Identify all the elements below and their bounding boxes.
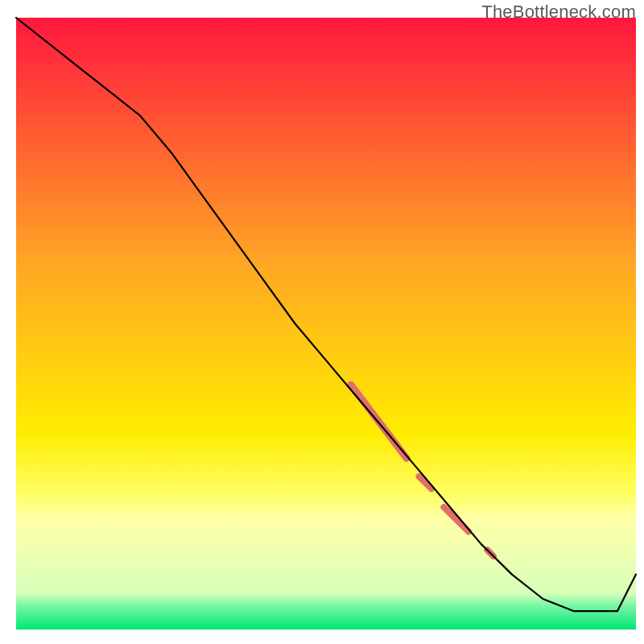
highlight-segment bbox=[444, 507, 469, 531]
bottleneck-curve bbox=[16, 18, 636, 611]
chart-overlay bbox=[16, 18, 636, 630]
watermark-text: TheBottleneck.com bbox=[481, 2, 636, 23]
highlight-group bbox=[351, 385, 493, 556]
chart-stage: TheBottleneck.com bbox=[0, 0, 644, 644]
